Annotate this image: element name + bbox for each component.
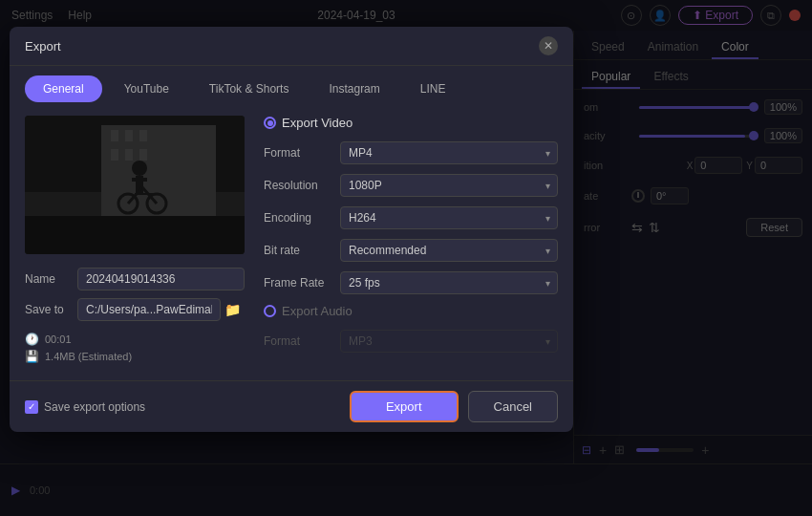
export-audio-section: Export Audio Format MP3 ▾ — [264, 304, 558, 353]
tab-instagram[interactable]: Instagram — [310, 75, 397, 102]
audio-format-select: MP3 — [340, 330, 558, 353]
format-row: Format MP4 MOV AVI ▾ — [264, 141, 558, 164]
tab-tiktok[interactable]: TikTok & Shorts — [191, 75, 308, 102]
framerate-select-wrapper: 25 fps 24 fps 30 fps 60 fps ▾ — [340, 271, 558, 294]
export-video-label: Export Video — [282, 116, 353, 130]
export-video-radio[interactable] — [264, 117, 276, 129]
export-audio-radio[interactable] — [264, 305, 276, 317]
filesize-value: 1.4MB (Estimated) — [45, 351, 132, 362]
tab-line[interactable]: LINE — [402, 75, 464, 102]
browse-folder-button[interactable]: 📁 — [221, 302, 245, 317]
bitrate-select[interactable]: Recommended Low High — [340, 239, 558, 262]
encoding-row: Encoding H264 H265 ▾ — [264, 206, 558, 229]
export-audio-label: Export Audio — [282, 304, 353, 318]
audio-format-row: Format MP3 ▾ — [264, 330, 558, 353]
dialog-footer: ✓ Save export options Export Cancel — [10, 380, 573, 432]
resolution-row: Resolution 1080P 720P 4K ▾ — [264, 174, 558, 197]
save-options-checkbox[interactable]: ✓ — [25, 400, 38, 414]
export-audio-header: Export Audio — [264, 304, 558, 318]
dialog-tabs: General YouTube TikTok & Shorts Instagra… — [10, 66, 573, 102]
dialog-header: Export ✕ — [10, 27, 573, 66]
duration-value: 00:01 — [45, 333, 72, 345]
encoding-label: Encoding — [264, 211, 340, 225]
audio-format-label: Format — [264, 334, 340, 348]
dialog-title: Export — [25, 39, 61, 54]
encoding-select[interactable]: H264 H265 — [340, 206, 558, 229]
disk-icon: 💾 — [25, 350, 39, 363]
tab-youtube[interactable]: YouTube — [106, 75, 187, 102]
svg-point-9 — [132, 161, 147, 176]
svg-rect-7 — [125, 149, 133, 161]
audio-format-select-wrapper: MP3 ▾ — [340, 330, 558, 353]
export-video-header: Export Video — [264, 116, 558, 130]
cancel-button[interactable]: Cancel — [468, 391, 558, 422]
encoding-select-wrapper: H264 H265 ▾ — [340, 206, 558, 229]
name-label: Name — [25, 272, 77, 286]
save-options-checkbox-row: ✓ Save export options — [25, 400, 350, 414]
saveto-input[interactable] — [77, 298, 221, 321]
tab-general[interactable]: General — [25, 75, 102, 102]
export-dialog: Export ✕ General YouTube TikTok & Shorts… — [10, 27, 573, 432]
svg-rect-5 — [139, 130, 147, 141]
svg-rect-6 — [111, 149, 118, 161]
saveto-label: Save to — [25, 303, 77, 316]
bitrate-label: Bit rate — [264, 244, 340, 257]
clock-icon: 🕐 — [25, 333, 39, 346]
format-label: Format — [264, 146, 340, 160]
name-row: Name — [25, 268, 245, 290]
export-button[interactable]: Export — [350, 391, 459, 422]
resolution-label: Resolution — [264, 179, 340, 192]
svg-rect-11 — [132, 178, 147, 182]
preview-thumbnail — [25, 116, 245, 254]
duration-row: 🕐 00:01 — [25, 333, 245, 346]
bitrate-row: Bit rate Recommended Low High ▾ — [264, 239, 558, 262]
format-select-wrapper: MP4 MOV AVI ▾ — [340, 141, 558, 164]
svg-rect-3 — [111, 130, 118, 141]
name-input[interactable] — [77, 268, 245, 290]
dialog-right-panel: Export Video Format MP4 MOV AVI ▾ Resolu… — [264, 116, 558, 367]
bitrate-select-wrapper: Recommended Low High ▾ — [340, 239, 558, 262]
dialog-close-button[interactable]: ✕ — [539, 36, 558, 55]
footer-buttons: Export Cancel — [350, 391, 558, 422]
svg-rect-4 — [125, 130, 133, 141]
svg-rect-17 — [25, 216, 245, 254]
resolution-select[interactable]: 1080P 720P 4K — [340, 174, 558, 197]
format-select[interactable]: MP4 MOV AVI — [340, 141, 558, 164]
video-preview — [25, 116, 245, 254]
framerate-select[interactable]: 25 fps 24 fps 30 fps 60 fps — [340, 271, 558, 294]
svg-rect-8 — [139, 149, 147, 161]
resolution-select-wrapper: 1080P 720P 4K ▾ — [340, 174, 558, 197]
filesize-row: 💾 1.4MB (Estimated) — [25, 350, 245, 363]
dialog-body: Name Save to 📁 🕐 00:01 💾 1.4MB (Estimate… — [10, 102, 573, 380]
save-options-label: Save export options — [44, 400, 145, 414]
framerate-label: Frame Rate — [264, 276, 340, 290]
dialog-left-panel: Name Save to 📁 🕐 00:01 💾 1.4MB (Estimate… — [25, 116, 245, 367]
saveto-row: Save to 📁 — [25, 298, 245, 321]
info-section: 🕐 00:01 💾 1.4MB (Estimated) — [25, 333, 245, 363]
framerate-row: Frame Rate 25 fps 24 fps 30 fps 60 fps ▾ — [264, 271, 558, 294]
